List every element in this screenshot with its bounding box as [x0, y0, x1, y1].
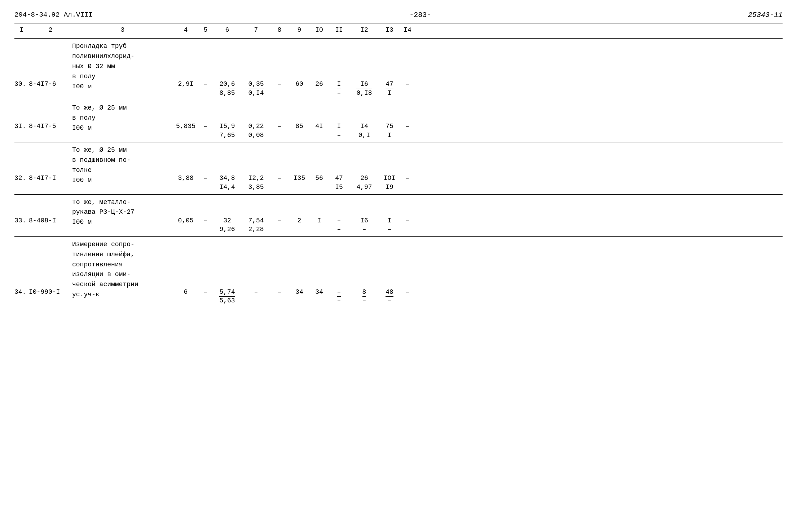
row-c10: 56 — [310, 145, 328, 182]
table-row: 34.I0-990-IИзмерение сопро- тивления шле… — [14, 236, 783, 308]
row-code: 8-408-I — [29, 198, 72, 224]
row-c14: – — [400, 103, 415, 130]
row-c12: 264,97 — [350, 145, 379, 191]
row-c10: 4I — [310, 103, 328, 130]
row-desc: Прокладка труб поливинилхлорид- ных Ø 32… — [72, 41, 173, 92]
column-headers: I 2 3 4 5 6 7 8 9 IO II I2 I3 I4 — [14, 26, 783, 36]
header-right: 25343-11 — [748, 11, 783, 19]
row-c9: I35 — [289, 145, 310, 182]
table-body: 30.8-4I7-6Прокладка труб поливинилхлорид… — [14, 38, 783, 308]
row-c8: – — [270, 198, 289, 224]
row-c4: 0,05 — [173, 198, 198, 224]
col-header-10: IO — [310, 26, 328, 34]
row-c8: – — [270, 41, 289, 88]
table-row: 32.8-4I7-IТо же, Ø 25 мм в подшивном по-… — [14, 142, 783, 194]
header-left: 294-8-34.92 Ал.VIII — [14, 11, 93, 19]
row-code: 8-4I7-I — [29, 145, 72, 182]
row-c4: 6 — [173, 240, 198, 296]
row-c5: – — [198, 240, 213, 296]
row-c11: –– — [328, 240, 350, 305]
row-c13: IOII9 — [379, 145, 400, 191]
col-header-14: I4 — [400, 26, 415, 34]
row-num: 34. — [14, 240, 29, 296]
row-num: 32. — [14, 145, 29, 182]
row-c14: – — [400, 41, 415, 88]
row-code: 8-4I7-5 — [29, 103, 72, 130]
row-desc: Измерение сопро- тивления шлейфа, сопрот… — [72, 240, 173, 300]
row-c7: 7,542,28 — [242, 198, 270, 234]
row-num: 33. — [14, 198, 29, 224]
row-c14: – — [400, 198, 415, 224]
col-header-1: I — [14, 26, 29, 34]
row-c12: I60,I8 — [350, 41, 379, 97]
row-c10: 26 — [310, 41, 328, 88]
row-c10: I — [310, 198, 328, 224]
row-c13: 47I — [379, 41, 400, 97]
row-c10: 34 — [310, 240, 328, 296]
row-num: 3I. — [14, 103, 29, 130]
col-header-13: I3 — [379, 26, 400, 34]
col-header-6: 6 — [213, 26, 242, 34]
row-c5: – — [198, 198, 213, 224]
page-header: 294-8-34.92 Ал.VIII -283- 25343-11 — [14, 11, 783, 19]
col-header-4: 4 — [173, 26, 198, 34]
row-c9: 2 — [289, 198, 310, 224]
row-c4: 2,9I — [173, 41, 198, 88]
row-c9: 60 — [289, 41, 310, 88]
row-c8: – — [270, 103, 289, 130]
col-header-8: 8 — [270, 26, 289, 34]
row-c9: 85 — [289, 103, 310, 130]
row-c8: – — [270, 240, 289, 296]
row-c8: – — [270, 145, 289, 182]
row-c9: 34 — [289, 240, 310, 296]
row-c12: 8– — [350, 240, 379, 305]
col-header-5: 5 — [198, 26, 213, 34]
row-c7: 0,350,I4 — [242, 41, 270, 97]
row-c11: 47I5 — [328, 145, 350, 191]
row-code: I0-990-I — [29, 240, 72, 296]
row-c5: – — [198, 103, 213, 130]
row-c14: – — [400, 145, 415, 182]
row-c13: I– — [379, 198, 400, 234]
col-header-12: I2 — [350, 26, 379, 34]
row-c13: 75I — [379, 103, 400, 139]
col-header-3: 3 — [72, 26, 173, 34]
row-c12: I6– — [350, 198, 379, 234]
row-c6: I5,97,65 — [213, 103, 242, 139]
row-c6: 329,26 — [213, 198, 242, 234]
row-c5: – — [198, 41, 213, 88]
row-c4: 3,88 — [173, 145, 198, 182]
row-c11: I– — [328, 41, 350, 97]
col-header-9: 9 — [289, 26, 310, 34]
row-c11: –– — [328, 198, 350, 234]
row-c6: 20,68,85 — [213, 41, 242, 97]
top-divider — [14, 23, 783, 23]
table-row: 3I.8-4I7-5То же, Ø 25 мм в полу I00 м5,8… — [14, 100, 783, 142]
row-c4: 5,835 — [173, 103, 198, 130]
row-c11: I– — [328, 103, 350, 139]
row-code: 8-4I7-6 — [29, 41, 72, 88]
row-c6: 5,745,63 — [213, 240, 242, 305]
row-c5: – — [198, 145, 213, 182]
row-c7: – — [242, 240, 270, 296]
row-desc: То же, Ø 25 мм в полу I00 м — [72, 103, 173, 133]
row-c7: I2,23,85 — [242, 145, 270, 191]
row-c7: 0,220,08 — [242, 103, 270, 139]
col-header-2: 2 — [29, 26, 72, 34]
row-desc: То же, Ø 25 мм в подшивном по- толке I00… — [72, 145, 173, 186]
row-c14: – — [400, 240, 415, 296]
col-header-11: II — [328, 26, 350, 34]
row-desc: То же, металло- рукава РЗ-Ц-Х-27 I00 м — [72, 198, 173, 228]
row-num: 30. — [14, 41, 29, 88]
table-row: 30.8-4I7-6Прокладка труб поливинилхлорид… — [14, 38, 783, 100]
col-header-7: 7 — [242, 26, 270, 34]
row-c12: I40,I — [350, 103, 379, 139]
table-row: 33.8-408-IТо же, металло- рукава РЗ-Ц-Х-… — [14, 194, 783, 236]
header-center: -283- — [409, 11, 431, 19]
row-c6: 34,8I4,4 — [213, 145, 242, 191]
row-c13: 48– — [379, 240, 400, 305]
